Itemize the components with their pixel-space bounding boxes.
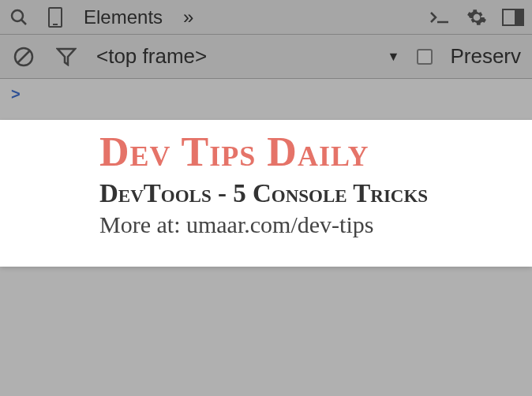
dock-icon[interactable]: [500, 5, 526, 30]
svg-line-1: [21, 20, 26, 24]
svg-rect-6: [515, 9, 523, 25]
chevron-down-icon[interactable]: ▼: [388, 50, 400, 64]
overlay-subtitle: DevTools - 5 Console Tricks: [99, 179, 532, 208]
overlay-title: Dev Tips Daily: [99, 129, 532, 174]
gear-icon[interactable]: [464, 5, 489, 30]
search-icon[interactable]: [6, 5, 32, 30]
filter-icon[interactable]: [54, 44, 79, 69]
svg-marker-9: [58, 49, 75, 65]
preserve-log-checkbox[interactable]: [417, 49, 433, 65]
toolbar-main: Elements »: [0, 0, 532, 35]
tab-elements[interactable]: Elements: [79, 6, 167, 28]
svg-line-8: [17, 50, 30, 63]
toolbar-console: <top frame> ▼ Preserv: [0, 35, 532, 79]
preserve-log-label: Preserv: [450, 44, 521, 69]
drawer-toggle-icon[interactable]: [428, 5, 453, 30]
device-icon[interactable]: [43, 5, 68, 30]
clear-console-icon[interactable]: [11, 44, 36, 69]
frame-selector[interactable]: <top frame>: [96, 44, 370, 69]
svg-point-0: [12, 10, 23, 21]
title-overlay: Dev Tips Daily DevTools - 5 Console Tric…: [0, 120, 532, 267]
console-prompt: >: [11, 85, 21, 103]
overlay-more: More at: umaar.com/dev-tips: [99, 211, 532, 238]
frame-selector-label: <top frame>: [96, 44, 207, 69]
tab-overflow[interactable]: »: [178, 6, 198, 28]
